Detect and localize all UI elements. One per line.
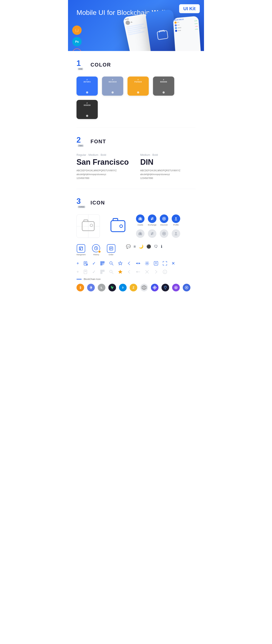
history-icon-container xyxy=(92,244,100,253)
exchange-label: Exchange xyxy=(148,224,156,226)
font-grid: Regular · Medium · Bold San Francisco AB… xyxy=(76,153,196,180)
circle-icon: ⚫ xyxy=(146,244,151,249)
icon-section-header: 3 THREE ICON xyxy=(76,198,196,208)
svg-rect-36 xyxy=(104,264,104,264)
crypto-dash-icon: D xyxy=(119,284,127,292)
crypto-wings-icon xyxy=(108,284,116,292)
svg-rect-13 xyxy=(79,248,83,248)
color-swatch-gray: # 666666 xyxy=(153,76,174,96)
font-section: 2 TWO FONT Regular · Medium · Bold San F… xyxy=(68,128,204,189)
nav-icons-active-row: Assets Exchange xyxy=(136,214,180,226)
wallet-icon-hero xyxy=(156,30,168,40)
color-card-gray-blue: # 8DA0C8 xyxy=(102,76,123,96)
gem-svg xyxy=(163,286,168,290)
moon-icon: 🌙 xyxy=(139,244,144,249)
svg-point-5 xyxy=(164,218,165,219)
icon-management: Mangment xyxy=(76,244,86,256)
wallet-outline-box xyxy=(76,214,100,238)
nav-icon-profile-inactive xyxy=(172,229,180,238)
nav-icon-profile: Profile xyxy=(172,214,180,226)
icon-top-row: Assets Exchange xyxy=(76,214,196,238)
discover-icon-inactive xyxy=(160,229,168,238)
arw-svg xyxy=(152,286,157,290)
font-san-francisco: Regular · Medium · Bold San Francisco AB… xyxy=(76,153,132,180)
matic-svg xyxy=(174,286,178,290)
order-icon xyxy=(109,246,113,250)
phone-mockup-area: Profile AI... $6,297,50 xyxy=(123,8,204,51)
band-svg xyxy=(184,286,189,290)
crypto-matic-icon xyxy=(172,284,180,292)
back-icon-gray xyxy=(127,270,132,274)
crypto-ltc-icon: Ł xyxy=(98,284,106,292)
screens-badge: 60+Screens xyxy=(72,48,82,51)
svg-point-83 xyxy=(186,287,187,288)
assets-icon xyxy=(138,217,142,220)
resize-icon xyxy=(162,261,167,266)
star-icon xyxy=(118,261,122,266)
icon-order: Order xyxy=(107,244,116,256)
svg-marker-64 xyxy=(90,286,91,288)
font1-uppercase: ABCDEFGHIJKLMNOPQRSTUVWXYZ xyxy=(76,169,132,172)
svg-point-10 xyxy=(164,233,165,234)
font1-numbers: 1234567890 xyxy=(76,176,132,180)
star-icon-yellow xyxy=(118,270,122,274)
color-swatch-gray-blue: # 8DA0C8 xyxy=(102,76,123,96)
svg-rect-38 xyxy=(104,264,104,265)
close-icon: ✕ xyxy=(172,261,175,266)
nav-icon-assets-inactive xyxy=(136,229,144,238)
nav-icons-inactive-row xyxy=(136,229,180,238)
svg-rect-52 xyxy=(101,270,102,271)
icon-section: 3 THREE ICON xyxy=(68,189,204,300)
color-card-gray: # 666666 xyxy=(153,76,174,96)
sketch-icon xyxy=(74,28,80,32)
svg-rect-37 xyxy=(103,264,103,265)
svg-rect-14 xyxy=(80,248,81,250)
crypto-zec-icon: Z xyxy=(130,284,137,292)
search-icon-gray xyxy=(109,270,114,274)
svg-point-55 xyxy=(110,270,112,273)
check-icon-gray: ✓ xyxy=(92,269,96,274)
discover-icon-gray xyxy=(162,232,166,236)
exchange-icon-circle xyxy=(148,214,156,223)
font-din: Medium · Bold DIN ABCDEFGHIJKLMNOPQRSTUV… xyxy=(140,153,196,180)
nav-icon-discover: Discover xyxy=(160,214,168,226)
share-icon-gray xyxy=(136,270,140,274)
order-label: Order xyxy=(108,254,114,256)
discover-icon-circle xyxy=(160,214,168,223)
svg-marker-3 xyxy=(140,218,141,220)
profile-icon-inactive xyxy=(172,229,180,238)
management-icon xyxy=(79,246,83,250)
svg-point-63 xyxy=(165,271,165,271)
color-card-dark: # 303030 xyxy=(76,100,98,119)
wallet-blue-box xyxy=(106,214,130,238)
color-card-orange: # F5A623 xyxy=(128,76,149,96)
nav-icons-group: Assets Exchange xyxy=(136,214,180,238)
search-icon xyxy=(109,261,114,266)
font2-lowercase: abcdefghijklmnopqrstuvwxyz xyxy=(140,172,196,176)
profile-icon xyxy=(174,217,178,220)
management-label: Mangment xyxy=(76,254,86,256)
plus-icon: + xyxy=(76,261,79,266)
wallet-blue-icon xyxy=(110,220,126,232)
color-card-blue: # 3574FA xyxy=(76,76,98,96)
svg-rect-46 xyxy=(84,270,87,274)
nav-icon-exchange-inactive xyxy=(148,229,156,238)
color-swatch-orange: # F5A623 xyxy=(128,76,149,96)
svg-rect-35 xyxy=(103,264,103,264)
exchange-icon-gray xyxy=(150,232,154,236)
misc-icons-row1: 💬 ≡ 🌙 ⚫ 🗨 ℹ xyxy=(126,244,162,249)
crypto-eth-icon xyxy=(87,284,95,292)
utility-icons-blue-row: + ✓ xyxy=(76,261,196,266)
icon-section-number: 3 THREE xyxy=(76,198,87,208)
grid-svg xyxy=(142,285,146,290)
svg-marker-76 xyxy=(154,287,156,288)
management-icon-box xyxy=(77,244,85,253)
font2-numbers: 1234567890 xyxy=(140,176,196,180)
font2-style: Medium · Bold xyxy=(140,153,196,156)
svg-line-40 xyxy=(112,264,113,265)
crypto-grid-icon xyxy=(140,284,148,292)
svg-rect-32 xyxy=(101,262,102,263)
font2-name: DIN xyxy=(140,158,196,167)
font2-uppercase: ABCDEFGHIJKLMNOPQRSTUVWXYZ xyxy=(140,169,196,172)
discover-label: Discover xyxy=(160,224,168,226)
